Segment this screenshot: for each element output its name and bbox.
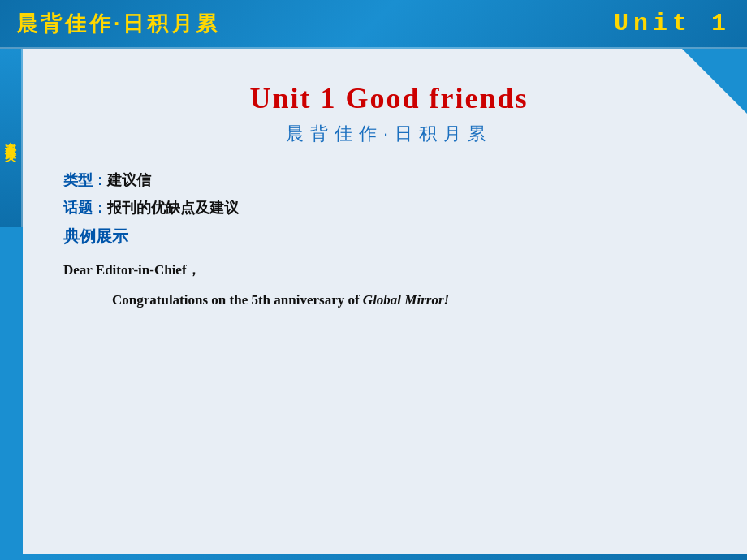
topic-value: 报刊的优缺点及建议 [107, 200, 239, 216]
subtitle: 晨背佳作·日积月累 [63, 122, 715, 146]
info-section: 类型：建议信 话题：报刊的优缺点及建议 [63, 170, 715, 218]
letter-body-italic: Global Mirror! [363, 292, 449, 308]
header-title: 晨背佳作·日积月累 [16, 10, 220, 38]
header-bar: 晨背佳作·日积月累 Unit 1 [0, 0, 747, 49]
main-content-area: Unit 1 Good friends 晨背佳作·日积月累 类型：建议信 话题：… [23, 49, 747, 560]
letter-body: Congratulations on the 5th anniversary o… [63, 292, 715, 308]
header-unit-label: Unit 1 [614, 10, 731, 37]
bottom-strip [23, 554, 747, 560]
letter-body-text: Congratulations on the 5th anniversary o… [112, 292, 363, 308]
topic-label: 话题： [63, 200, 107, 216]
unit-title: Unit 1 Good friends [63, 81, 715, 115]
side-tab: 本课栏目开类 [0, 49, 23, 227]
letter-salutation: Dear Editor-in-Chief， [63, 261, 715, 279]
type-label: 类型： [63, 172, 107, 188]
side-tab-text: 本课栏目开类 [3, 133, 18, 143]
topic-row: 话题：报刊的优缺点及建议 [63, 198, 715, 218]
type-row: 类型：建议信 [63, 170, 715, 190]
type-value: 建议信 [107, 172, 151, 188]
example-heading: 典例展示 [63, 226, 715, 248]
